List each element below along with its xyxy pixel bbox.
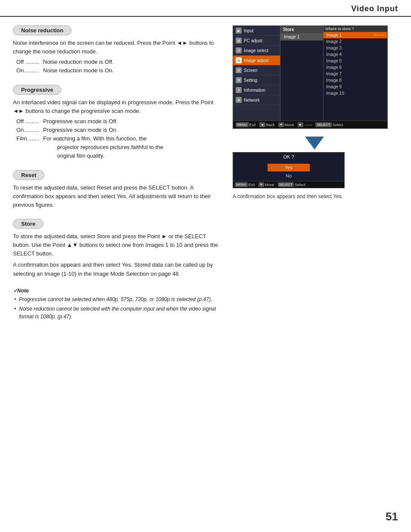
note-section: ✓Note Progressive cannot be selected whe… — [13, 288, 224, 320]
prog-on-val: Progressive scan mode is On. — [43, 126, 118, 134]
confirm-yes-btn[interactable]: Yes — [268, 164, 310, 171]
item-key-off: Off ......... — [16, 58, 43, 66]
progressive-list: Off ......... Progressive scan mode is O… — [16, 117, 224, 161]
store-desc2: A confirmation box appears and then sele… — [13, 261, 224, 278]
menu-right-header: Where to store ? — [324, 26, 387, 32]
confirm-bottom-bar: MENU Exit ✦ Move SELECT Select — [233, 181, 344, 188]
item-key-on: On.......... — [16, 66, 43, 75]
menu-middle-panel: Store Image 1 — [280, 26, 324, 121]
screen-icon: ⊟ — [236, 67, 242, 73]
menu-right-image1: Image 1 Stored — [324, 32, 387, 38]
confirm-box: OK ? Yes No MENU Exit ✦ Move SELECT Sele… — [233, 152, 345, 188]
menu-item-pcadjust: ⊞ PC adjust — [233, 36, 280, 46]
arrow-down-container — [233, 137, 396, 149]
page-header: Video Input — [0, 0, 411, 17]
prog-off-val: Progressive scan mode is Off. — [43, 117, 118, 126]
page-number: 51 — [386, 510, 398, 523]
network-icon: ⊕ — [236, 97, 242, 103]
note-item-2: Noise reduction cannot be selected with … — [13, 305, 224, 320]
prog-film-key: Film........ — [16, 134, 43, 160]
menu-label-imageadjust: Image adjust — [244, 58, 268, 63]
list-item: Off ......... Progressive scan mode is O… — [16, 117, 224, 126]
confirm-ok-text: OK ? — [233, 152, 344, 161]
prog-off-key: Off ......... — [16, 117, 43, 126]
menu-label-input: Input — [244, 28, 253, 33]
menu-right-image7: Image 7 — [324, 71, 387, 77]
confirm-caption: A confirmation box appears and then sele… — [233, 193, 396, 200]
menu-item-setting: ⚙ Setting — [233, 75, 280, 85]
noise-reduction-badge: Noise reduction — [13, 25, 72, 35]
reset-desc: To reset the adjusted data, select Reset… — [13, 184, 224, 209]
menu-middle-image1: Image 1 — [280, 33, 323, 40]
bar-dash: ► ------ — [298, 122, 312, 127]
menu-screenshot: ▶ Input ⊞ PC adjust ⊡ Image select ⊠ Ima… — [233, 25, 388, 129]
confirm-bar-exit: MENU Exit — [235, 182, 255, 187]
menu-item-imageselect: ⊡ Image select — [233, 46, 280, 56]
prog-film-val: For watching a film. With this function,… — [43, 134, 163, 160]
store-badge: Store — [13, 219, 44, 229]
menu-item-input: ▶ Input — [233, 26, 280, 36]
imageselect-icon: ⊡ — [236, 47, 242, 53]
bar-move: ✦ Move — [278, 122, 294, 127]
where-to-store-label: Where to store ? — [325, 27, 354, 31]
list-item: Film........ For watching a film. With t… — [16, 134, 224, 160]
menu-label-network: Network — [244, 98, 260, 103]
menu-item-information: ℹ Information — [233, 85, 280, 95]
input-icon: ▶ — [236, 28, 242, 34]
menu-right-image2: Image 2 — [324, 38, 387, 45]
information-icon: ℹ — [236, 87, 242, 93]
setting-icon: ⚙ — [236, 77, 242, 83]
noise-reduction-section: Noise reduction Noise interference on th… — [13, 25, 224, 75]
right-column: ▶ Input ⊞ PC adjust ⊡ Image select ⊠ Ima… — [233, 25, 396, 322]
menu-bottom-bar: MENU Exit ◄ Back ✦ Move ► ------ SELECT — [233, 121, 387, 128]
confirm-bar-move: ✦ Move — [258, 182, 274, 187]
bar-select: SELECT Select — [315, 122, 343, 127]
bar-back: ◄ Back — [259, 122, 275, 127]
menu-label-screen: Screen — [244, 68, 258, 73]
arrow-down-icon — [305, 137, 324, 149]
menu-label-information: Information — [244, 88, 265, 93]
menu-right-image5: Image 5 — [324, 58, 387, 64]
menu-right-image4: Image 4 — [324, 51, 387, 58]
menu-label-pcadjust: PC adjust — [244, 38, 262, 43]
list-item: Off ......... Noise reduction mode is Of… — [16, 58, 224, 66]
menu-right-panel: Where to store ? Image 1 Stored Image 2 … — [324, 26, 387, 121]
imageadjust-icon: ⊠ — [236, 57, 242, 63]
prog-on-key: On.......... — [16, 126, 43, 134]
stored-label: Stored — [373, 33, 385, 37]
pcadjust-icon: ⊞ — [236, 37, 242, 44]
menu-right-image8: Image 8 — [324, 77, 387, 84]
menu-item-imageadjust: ⊠ Image adjust — [233, 56, 280, 65]
menu-item-screen: ⊟ Screen — [233, 65, 280, 75]
menu-item-network: ⊕ Network — [233, 95, 280, 105]
menu-left-panel: ▶ Input ⊞ PC adjust ⊡ Image select ⊠ Ima… — [233, 26, 280, 121]
bar-menu-exit: MENU Exit — [236, 122, 256, 127]
note-title: ✓Note — [13, 288, 224, 294]
menu-middle-header: Store — [280, 26, 323, 33]
menu-label-imageselect: Image select — [244, 48, 268, 53]
reset-badge: Reset — [13, 170, 44, 180]
noise-reduction-list: Off ......... Noise reduction mode is Of… — [16, 58, 224, 75]
store-desc1: To store the adjusted data, select Store… — [13, 232, 224, 258]
confirm-bar-select: SELECT Select — [278, 182, 305, 187]
item-val-off: Noise reduction mode is Off. — [43, 58, 114, 66]
progressive-desc: An interlaced video signal can be displa… — [13, 98, 224, 115]
note-item-1: Progressive cannot be selected when 480p… — [13, 296, 224, 303]
reset-section: Reset To reset the adjusted data, select… — [13, 170, 224, 209]
menu-right-image9: Image 9 — [324, 84, 387, 90]
store-header-label: Store — [283, 27, 294, 32]
list-item: On.......... Noise reduction mode is On. — [16, 66, 224, 75]
left-column: Noise reduction Noise interference on th… — [13, 25, 224, 322]
confirm-no-btn[interactable]: No — [281, 172, 296, 179]
noise-reduction-desc: Noise interference on the screen can be … — [13, 39, 224, 56]
list-item: On.......... Progressive scan mode is On… — [16, 126, 224, 134]
header-title: Video Input — [351, 4, 398, 13]
menu-right-image10: Image 10 — [324, 90, 387, 96]
menu-right-image6: Image 6 — [324, 64, 387, 71]
menu-label-setting: Setting — [244, 78, 257, 83]
progressive-badge: Progressive — [13, 85, 61, 95]
store-section: Store To store the adjusted data, select… — [13, 219, 224, 278]
progressive-section: Progressive An interlaced video signal c… — [13, 85, 224, 161]
item-val-on: Noise reduction mode is On. — [43, 66, 114, 75]
menu-right-image3: Image 3 — [324, 45, 387, 51]
